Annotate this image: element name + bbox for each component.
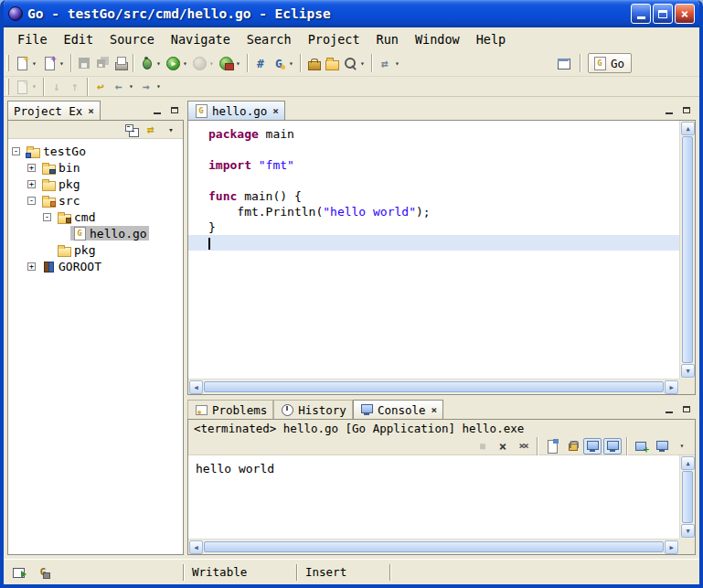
horizontal-scrollbar[interactable]: ◀ ▶ [188, 379, 679, 394]
close-button[interactable]: × [675, 4, 695, 24]
maximize-view-button[interactable] [679, 402, 694, 415]
expander-icon[interactable]: - [27, 197, 36, 205]
tree-item-pkg[interactable]: + pkg [8, 176, 183, 192]
annotations-button[interactable]: ▾ [13, 77, 40, 97]
toolbar-grip[interactable] [6, 79, 9, 95]
minimize-button[interactable] [631, 4, 651, 24]
print-button[interactable] [112, 53, 130, 73]
menu-help[interactable]: Help [468, 29, 515, 49]
dropdown-arrow-icon[interactable]: ▾ [127, 82, 135, 91]
go-perspective-button[interactable]: G Go [588, 53, 632, 73]
tab-hello-go[interactable]: G hello.go × [187, 101, 285, 120]
menu-navigate[interactable]: Navigate [163, 29, 239, 49]
dropdown-arrow-icon[interactable]: ▾ [393, 59, 401, 68]
menu-project[interactable]: Project [300, 29, 368, 49]
close-icon[interactable]: × [271, 105, 279, 117]
remove-all-launches-button[interactable]: ×× [514, 438, 532, 454]
maximize-button[interactable] [653, 4, 673, 24]
profile-button[interactable]: ▾ [191, 53, 218, 73]
maximize-view-button[interactable] [679, 103, 694, 116]
clear-console-button[interactable] [543, 438, 561, 454]
code-editor[interactable]: package main import "fmt" func main() { … [188, 121, 679, 379]
dropdown-arrow-icon[interactable]: ▾ [358, 59, 367, 68]
scrollbar-thumb[interactable] [204, 381, 664, 392]
close-icon[interactable]: × [86, 105, 94, 117]
horizontal-scrollbar[interactable]: ◀ ▶ [188, 539, 679, 554]
dropdown-arrow-icon[interactable]: ▾ [208, 59, 216, 68]
expander-icon[interactable]: + [27, 262, 36, 271]
console-output-area[interactable]: hello world ▲ ▼ ◀ ▶ [188, 455, 695, 554]
view-menu-button[interactable]: ▾ [162, 122, 180, 138]
goclipse-button[interactable]: G▾ [270, 53, 297, 73]
dropdown-arrow-icon[interactable]: ▾ [154, 82, 163, 91]
next-annotation-button[interactable]: ↓ [48, 77, 66, 97]
menu-source[interactable]: Source [101, 29, 163, 49]
scroll-left-button[interactable]: ◀ [189, 380, 203, 394]
minimize-view-button[interactable] [662, 402, 676, 415]
go-trim-button[interactable]: G [35, 564, 51, 581]
scroll-left-button[interactable]: ◀ [189, 540, 203, 554]
menu-search[interactable]: Search [239, 29, 300, 49]
menu-run[interactable]: Run [368, 29, 407, 49]
tree-item-cmd[interactable]: - cmd [8, 208, 183, 225]
debug-button[interactable]: ▾ [137, 53, 165, 73]
dropdown-arrow-icon[interactable]: ▾ [287, 59, 295, 68]
title-bar[interactable]: Go - testGo/src/cmd/hello.go - Eclipse × [4, 0, 699, 27]
tab-history[interactable]: History [273, 400, 353, 419]
show-stderr-button[interactable] [603, 438, 622, 454]
tree-item-testgo[interactable]: - testGo [8, 143, 183, 159]
link-with-editor-button[interactable]: ⇄ [142, 122, 160, 138]
show-stdout-button[interactable] [583, 438, 602, 454]
console-menu-button[interactable]: ▾ [673, 438, 691, 454]
open-resource-button[interactable] [323, 53, 341, 73]
scroll-down-button[interactable]: ▼ [681, 524, 695, 538]
last-edit-location-button[interactable]: ↩ [91, 77, 110, 97]
menu-edit[interactable]: Edit [56, 29, 102, 49]
minimize-view-button[interactable] [150, 103, 165, 116]
back-button[interactable]: ←▾ [110, 77, 137, 97]
dropdown-arrow-icon[interactable]: ▾ [154, 59, 163, 68]
save-button[interactable] [75, 53, 93, 73]
remove-launch-button[interactable]: × [494, 438, 512, 454]
new-go-package-button[interactable]: # [251, 53, 270, 73]
scroll-down-button[interactable]: ▼ [681, 364, 695, 378]
tab-console[interactable]: Console × [353, 400, 443, 419]
tab-project-explorer[interactable]: Project Ex × [7, 101, 101, 120]
scrollbar-thumb[interactable] [682, 471, 693, 523]
minimize-view-button[interactable] [662, 103, 676, 116]
external-tools-button[interactable]: ▾ [218, 53, 244, 73]
collapse-all-button[interactable] [122, 122, 140, 138]
tree-item-src[interactable]: - src [8, 192, 183, 208]
scroll-up-button[interactable]: ▲ [681, 122, 695, 135]
expander-icon[interactable]: + [27, 164, 36, 172]
maximize-view-button[interactable] [167, 103, 182, 116]
menu-window[interactable]: Window [407, 29, 468, 49]
toolbox-button[interactable] [304, 53, 323, 73]
pin-console-button[interactable] [653, 438, 671, 454]
expander-icon[interactable]: - [43, 213, 51, 221]
scroll-right-button[interactable]: ▶ [665, 540, 678, 554]
team-sync-button[interactable]: ⇄▾ [376, 53, 403, 73]
tab-problems[interactable]: Problems [187, 400, 273, 419]
menu-file[interactable]: File [9, 29, 56, 49]
open-console-button[interactable] [633, 438, 651, 454]
tree-item-goroot[interactable]: + GOROOT [8, 258, 183, 274]
tree-item-bin[interactable]: + bin [8, 159, 183, 176]
scrollbar-thumb[interactable] [682, 136, 693, 363]
fast-view-button[interactable] [11, 564, 27, 581]
scroll-up-button[interactable]: ▲ [681, 456, 695, 470]
dropdown-arrow-icon[interactable]: ▾ [181, 59, 189, 68]
toolbar-grip[interactable] [6, 55, 9, 71]
tree-item-src-pkg[interactable]: pkg [8, 241, 183, 258]
dropdown-arrow-icon[interactable]: ▾ [234, 59, 242, 68]
close-icon[interactable]: × [430, 404, 438, 416]
new-button[interactable]: ▾ [13, 53, 40, 73]
dropdown-arrow-icon[interactable]: ▾ [30, 59, 38, 68]
search-button[interactable]: ▾ [341, 53, 368, 73]
vertical-scrollbar[interactable]: ▲ ▼ [679, 455, 695, 539]
forward-button[interactable]: →▾ [137, 77, 165, 97]
new-wizard-button[interactable]: ▾ [40, 53, 68, 73]
expander-icon[interactable]: + [27, 180, 36, 188]
dropdown-arrow-icon[interactable]: ▾ [58, 59, 66, 68]
dropdown-arrow-icon[interactable]: ▾ [30, 82, 38, 91]
